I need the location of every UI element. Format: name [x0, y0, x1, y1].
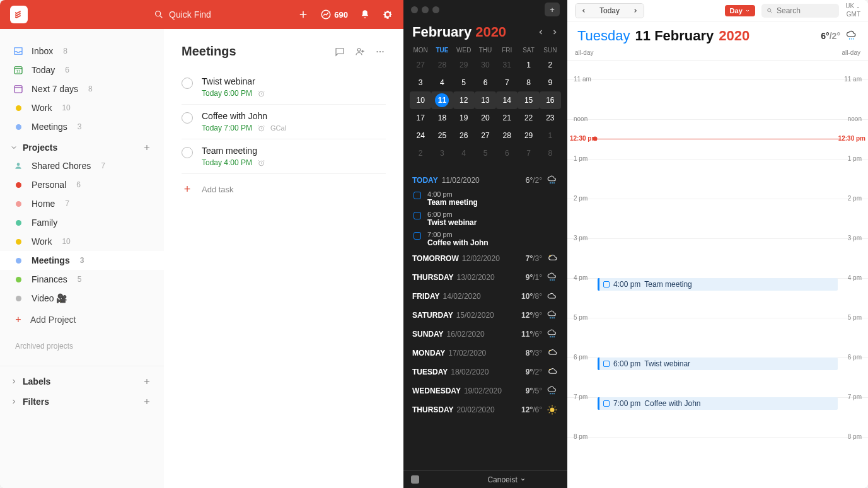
forecast-row[interactable]: THURSDAY20/02/202012°/6° [412, 400, 558, 419]
archived-projects[interactable]: Archived projects [0, 332, 164, 361]
calendar-day[interactable]: 9 [540, 74, 561, 91]
calendar-day[interactable]: 7 [518, 144, 539, 162]
calendar-day[interactable]: 10 [410, 91, 431, 109]
add-task-button[interactable]: + Add task [182, 174, 386, 205]
calendar-day[interactable]: 14 [496, 91, 518, 109]
calendar-day[interactable]: 25 [431, 127, 453, 144]
calendar-day[interactable]: 1 [518, 56, 539, 74]
next-month-button[interactable] [551, 28, 558, 36]
calendar-day[interactable]: 4 [431, 74, 453, 91]
quick-add-button[interactable] [298, 9, 309, 20]
task-checkbox[interactable] [182, 147, 193, 158]
mini-event[interactable]: 4:00 pmTeam meeting [412, 189, 558, 209]
calendar-day[interactable]: 20 [475, 109, 496, 127]
traffic-lights[interactable] [411, 6, 439, 13]
notifications-button[interactable] [359, 9, 371, 20]
sidebar-project[interactable]: Video 🎥 [0, 289, 164, 308]
forecast-row[interactable]: SATURDAY15/02/202012°/9° [412, 306, 558, 325]
productivity-button[interactable]: 690 [320, 9, 348, 20]
calendar-day[interactable]: 2 [410, 144, 431, 162]
calendar-day[interactable]: 26 [453, 127, 475, 144]
today-button[interactable]: Today [592, 4, 627, 18]
add-project-icon[interactable] [142, 143, 151, 152]
calendar-day[interactable]: 8 [518, 74, 539, 91]
settings-button[interactable] [382, 9, 393, 20]
calendar-day[interactable]: 11 [431, 91, 453, 109]
sidebar-project[interactable]: Meetings3 [0, 251, 164, 270]
forecast-row[interactable]: WEDNESDAY19/02/20209°/5° [412, 381, 558, 400]
calendar-day[interactable]: 28 [431, 56, 453, 74]
calendar-day[interactable]: 28 [496, 127, 518, 144]
share-button[interactable] [354, 46, 366, 57]
hour-grid[interactable]: 11 am11 amnoonnoon1 pm1 pm2 pm2 pm3 pm3 … [567, 61, 868, 488]
calendar-day[interactable]: 30 [475, 56, 496, 74]
event-checkbox[interactable] [603, 281, 610, 288]
mini-event[interactable]: 7:00 pmCoffee with John [412, 229, 558, 249]
task-row[interactable]: Coffee with John Today 7:00 PM GCal [182, 105, 386, 139]
event-checkbox[interactable] [603, 361, 610, 367]
sidebar-project[interactable]: Personal6 [0, 175, 164, 194]
forecast-row[interactable]: TUESDAY18/02/20209°/2° [412, 363, 558, 381]
calendar-day[interactable]: 5 [453, 74, 475, 91]
task-row[interactable]: Twist webinar Today 6:00 PM [182, 70, 386, 105]
sidebar-today[interactable]: 11 Today 6 [0, 61, 164, 79]
calendar-day[interactable]: 15 [518, 91, 539, 109]
calendar-day[interactable]: 18 [431, 109, 453, 127]
calendar-event[interactable]: 4:00 pm Team meeting [598, 278, 838, 291]
projects-header[interactable]: Projects [0, 136, 164, 156]
forecast-row[interactable]: SUNDAY16/02/202011°/6° [412, 325, 558, 344]
prev-day-button[interactable] [576, 4, 592, 18]
calendar-day[interactable]: 3 [431, 144, 453, 162]
sidebar-favorite[interactable]: Work10 [0, 98, 164, 117]
view-selector[interactable]: Day [725, 5, 755, 16]
calendar-day[interactable]: 29 [518, 127, 539, 144]
task-checkbox[interactable] [182, 112, 193, 124]
footer-checkbox[interactable] [411, 475, 419, 484]
forecast-row[interactable]: TOMORROW12/02/20207°/3° [412, 249, 558, 268]
forecast-row[interactable]: THURSDAY13/02/20209°/1° [412, 268, 558, 287]
event-checkbox[interactable] [414, 232, 421, 240]
calendar-day[interactable]: 4 [453, 144, 475, 162]
task-row[interactable]: Team meeting Today 4:00 PM [182, 139, 386, 174]
calendar-day[interactable]: 29 [453, 56, 475, 74]
calendar-day[interactable]: 22 [518, 109, 539, 127]
add-icon[interactable] [142, 397, 151, 406]
calendar-day[interactable]: 12 [453, 91, 475, 109]
calendar-day[interactable]: 6 [475, 74, 496, 91]
calendar-set-selector[interactable]: Canoeist [487, 475, 525, 484]
calendar-day[interactable]: 13 [475, 91, 496, 109]
search-field[interactable] [761, 4, 840, 18]
next-day-button[interactable] [627, 4, 644, 18]
calendar-event[interactable]: 7:00 pm Coffee with John [598, 397, 838, 410]
forecast-row[interactable]: MONDAY17/02/20208°/3° [412, 344, 558, 363]
sidebar-favorite[interactable]: Meetings3 [0, 117, 164, 136]
calendar-day[interactable]: 31 [496, 56, 518, 74]
calendar-day[interactable]: 7 [496, 74, 518, 91]
sidebar-next7[interactable]: Next 7 days 8 [0, 79, 164, 98]
calendar-day[interactable]: 5 [475, 144, 496, 162]
add-event-button[interactable]: + [545, 3, 560, 16]
event-checkbox[interactable] [414, 212, 421, 219]
calendar-day[interactable]: 17 [410, 109, 431, 127]
calendar-day[interactable]: 2 [540, 56, 561, 74]
sidebar-project[interactable]: Family [0, 213, 164, 232]
sidebar-inbox[interactable]: Inbox 8 [0, 42, 164, 61]
event-checkbox[interactable] [414, 192, 421, 199]
filters-section[interactable]: Filters [0, 392, 164, 412]
task-checkbox[interactable] [182, 78, 193, 89]
calendar-day[interactable]: 21 [496, 109, 518, 127]
forecast-row[interactable]: FRIDAY14/02/202010°/8° [412, 287, 558, 306]
calendar-day[interactable]: 19 [453, 109, 475, 127]
calendar-day[interactable]: 3 [410, 74, 431, 91]
labels-section[interactable]: Labels [0, 371, 164, 392]
add-project-button[interactable]: + Add Project [0, 308, 164, 332]
calendar-day[interactable]: 27 [410, 56, 431, 74]
quick-find[interactable]: Quick Find [154, 9, 298, 20]
event-checkbox[interactable] [603, 400, 610, 407]
calendar-day[interactable]: 8 [540, 144, 561, 162]
sidebar-project[interactable]: Home7 [0, 194, 164, 213]
calendar-event[interactable]: 6:00 pm Twist webinar [598, 357, 838, 370]
timezone-selector[interactable]: UK ⌄ GMT [845, 3, 860, 18]
mini-event[interactable]: 6:00 pmTwist webinar [412, 209, 558, 229]
prev-month-button[interactable] [537, 28, 545, 36]
